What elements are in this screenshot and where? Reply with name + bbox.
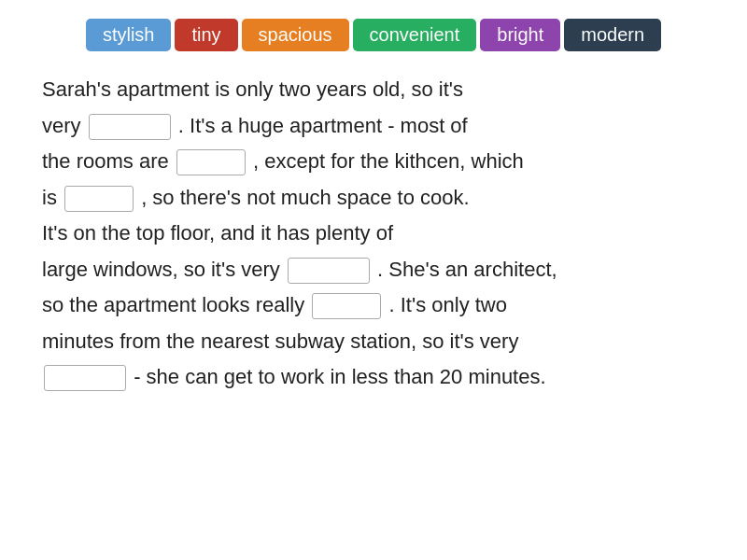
- word-bank: stylish tiny spacious convenient bright …: [42, 19, 705, 51]
- line6-pre: large windows, so it's very: [42, 258, 280, 281]
- line1-text: Sarah's apartment is only two years old,…: [42, 77, 463, 101]
- line7-pre: so the apartment looks really: [42, 293, 304, 316]
- blank-5[interactable]: [312, 293, 381, 319]
- paragraph: Sarah's apartment is only two years old,…: [42, 72, 705, 396]
- blank-4[interactable]: [288, 258, 370, 284]
- line8-text: minutes from the nearest subway station,…: [42, 329, 518, 353]
- blank-3[interactable]: [64, 186, 134, 212]
- blank-2[interactable]: [176, 149, 246, 175]
- line4-pre: is: [42, 186, 57, 209]
- line2-pre: very: [42, 114, 81, 137]
- line3-post: , except for the kithcen, which: [253, 149, 524, 173]
- line5-text: It's on the top floor, and it has plenty…: [42, 221, 393, 245]
- line4-post: , so there's not much space to cook.: [141, 186, 470, 209]
- chip-modern[interactable]: modern: [564, 19, 661, 51]
- page: stylish tiny spacious convenient bright …: [0, 0, 747, 560]
- chip-bright[interactable]: bright: [480, 19, 560, 51]
- blank-6[interactable]: [44, 365, 126, 391]
- line9-post: - she can get to work in less than 20 mi…: [134, 365, 545, 388]
- line2-post: . It's a huge apartment - most of: [178, 114, 468, 137]
- line6-post: . She's an architect,: [377, 258, 557, 281]
- line3-pre: the rooms are: [42, 149, 169, 173]
- chip-spacious[interactable]: spacious: [242, 19, 349, 51]
- chip-convenient[interactable]: convenient: [353, 19, 477, 51]
- blank-1[interactable]: [89, 114, 171, 140]
- chip-stylish[interactable]: stylish: [86, 19, 172, 51]
- line7-post: . It's only two: [389, 293, 507, 316]
- chip-tiny[interactable]: tiny: [175, 19, 237, 51]
